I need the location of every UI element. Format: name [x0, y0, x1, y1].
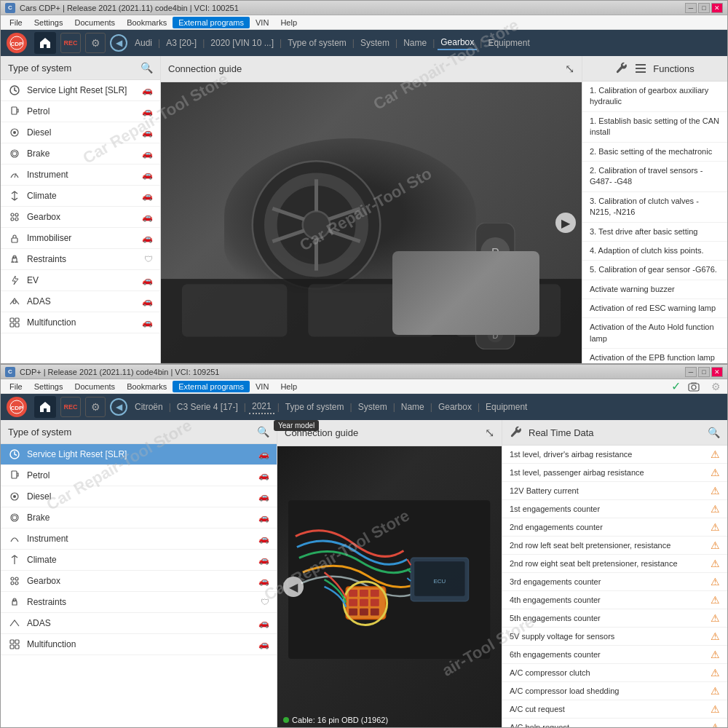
bottom-menu-vin[interactable]: VIN — [250, 381, 274, 392]
rt-item-10[interactable]: 5V supply voltage for sensors ⚠ — [502, 628, 727, 646]
bottom-breadcrumb-year[interactable]: 2021 — [249, 400, 274, 414]
bottom-menu-external-programs[interactable]: External programs — [173, 381, 250, 392]
bottom-home-button[interactable] — [34, 396, 56, 418]
breadcrumb-name[interactable]: Name — [400, 36, 430, 50]
sys-item-petrol[interactable]: Petrol 🚗 — [1, 101, 160, 122]
bottom-sys-item-climate[interactable]: Climate 🚗 — [1, 550, 277, 571]
next-image-button[interactable]: ▶ — [555, 213, 576, 233]
bottom-sys-item-petrol[interactable]: Petrol 🚗 — [1, 465, 277, 486]
bottom-sys-item-adas[interactable]: ADAS 🚗 — [1, 613, 277, 634]
breadcrumb-type[interactable]: Type of system — [285, 36, 349, 50]
rt-item-6[interactable]: 2nd row eight seat belt pretensioner, re… — [502, 555, 727, 573]
bottom-sys-item-instrument[interactable]: Instrument 🚗 — [1, 529, 277, 550]
bottom-breadcrumb-equipment[interactable]: Equipment — [483, 400, 530, 414]
breadcrumb-audi[interactable]: Audi — [132, 36, 155, 50]
bottom-menu-documents[interactable]: Documents — [68, 381, 121, 392]
gear-icon[interactable]: ⚙ — [707, 378, 724, 395]
sys-item-brake[interactable]: Brake 🚗 — [1, 143, 160, 165]
home-button[interactable] — [34, 32, 56, 54]
maximize-button[interactable]: □ — [698, 3, 710, 13]
bottom-breadcrumb-type[interactable]: Type of system — [282, 400, 347, 414]
top-left-search-icon[interactable]: 🔍 — [141, 62, 153, 74]
bottom-close-button[interactable]: ✕ — [711, 367, 723, 377]
menu-bookmarks[interactable]: Bookmarks — [121, 17, 173, 28]
func-item-9[interactable]: Activation of red ESC warning lamp — [582, 299, 727, 318]
sys-item-gearbox[interactable]: Gearbox 🚗 — [1, 207, 160, 228]
func-item-2[interactable]: 2. Basic setting of the mechatronic — [582, 143, 727, 162]
func-item-4[interactable]: 3. Calibration of clutch valves -N215, -… — [582, 192, 727, 223]
bottom-sys-item-diesel[interactable]: Diesel 🚗 — [1, 486, 277, 507]
bottom-right-search-icon[interactable]: 🔍 — [708, 427, 720, 438]
func-item-1[interactable]: 1. Establish basic setting of the CAN in… — [582, 112, 727, 143]
sys-item-restraints[interactable]: Restraints 🛡 — [1, 249, 160, 270]
bottom-sys-item-restraints[interactable]: Restraints 🛡 — [1, 592, 277, 613]
breadcrumb-a3[interactable]: A3 [20-] — [163, 36, 199, 50]
bottom-breadcrumb-system[interactable]: System — [355, 400, 390, 414]
bottom-minimize-button[interactable]: ─ — [685, 367, 697, 377]
back-button[interactable]: ◀ — [110, 34, 127, 52]
bottom-breadcrumb-c3[interactable]: C3 Serie 4 [17-] — [174, 400, 241, 414]
sys-item-instrument[interactable]: Instrument 🚗 — [1, 165, 160, 186]
menu-documents[interactable]: Documents — [68, 17, 121, 28]
bottom-breadcrumb-citroen[interactable]: Citroën — [132, 400, 166, 414]
bottom-prev-image-button[interactable]: ◀ — [283, 577, 304, 597]
sys-item-climate[interactable]: Climate 🚗 — [1, 186, 160, 207]
func-item-5[interactable]: 3. Test drive after basic setting — [582, 223, 727, 242]
bottom-nav-settings-button[interactable]: ⚙ — [85, 397, 106, 417]
bottom-menu-settings[interactable]: Settings — [28, 381, 69, 392]
rt-item-9[interactable]: 5th engagements counter ⚠ — [502, 609, 727, 628]
sys-item-multifunction[interactable]: Multifunction 🚗 — [1, 312, 160, 333]
rt-item-7[interactable]: 3rd engagements counter ⚠ — [502, 573, 727, 591]
breadcrumb-system[interactable]: System — [357, 36, 392, 50]
func-item-0[interactable]: 1. Calibration of gearbox auxiliary hydr… — [582, 82, 727, 112]
bottom-maximize-button[interactable]: □ — [698, 367, 710, 377]
sys-item-ev[interactable]: EV 🚗 — [1, 270, 160, 291]
func-item-11[interactable]: Activation of the EPB function lamp — [582, 349, 727, 363]
rt-item-3[interactable]: 1st engagements counter ⚠ — [502, 500, 727, 518]
sys-item-immobiliser[interactable]: Immobiliser 🚗 — [1, 228, 160, 249]
rt-item-11[interactable]: 6th engagements counter ⚠ — [502, 646, 727, 664]
rt-item-0[interactable]: 1st level, driver's airbag resistance ⚠ — [502, 446, 727, 464]
func-item-7[interactable]: 5. Calibration of gear sensor -G676. — [582, 261, 727, 280]
nav-settings-button[interactable]: ⚙ — [85, 33, 106, 53]
bottom-sys-item-brake[interactable]: Brake 🚗 — [1, 507, 277, 529]
menu-help[interactable]: Help — [274, 17, 303, 28]
bottom-menu-bookmarks[interactable]: Bookmarks — [121, 381, 173, 392]
bottom-breadcrumb-name[interactable]: Name — [398, 400, 427, 414]
expand-icon[interactable]: ⤡ — [565, 62, 574, 76]
breadcrumb-gearbox[interactable]: Gearbox — [438, 36, 477, 50]
bottom-sys-item-gearbox[interactable]: Gearbox 🚗 — [1, 571, 277, 592]
rt-item-2[interactable]: 12V Battery current ⚠ — [502, 482, 727, 500]
bottom-breadcrumb-gearbox[interactable]: Gearbox — [435, 400, 475, 414]
rt-item-5[interactable]: 2nd row left seat belt pretensioner, res… — [502, 537, 727, 555]
sys-item-slr[interactable]: Service Light Reset [SLR] 🚗 — [1, 80, 160, 101]
camera-icon[interactable] — [685, 378, 703, 395]
bottom-menu-help[interactable]: Help — [274, 381, 303, 392]
func-item-8[interactable]: Activate warning buzzer — [582, 280, 727, 299]
rt-item-1[interactable]: 1st level, passenger airbag resistance ⚠ — [502, 464, 727, 482]
bottom-menu-file[interactable]: File — [4, 381, 28, 392]
rt-item-4[interactable]: 2nd engagements counter ⚠ — [502, 518, 727, 537]
sys-item-adas[interactable]: ADAS 🚗 — [1, 291, 160, 312]
rt-item-13[interactable]: A/C compressor load shedding ⚠ — [502, 682, 727, 700]
menu-external-programs[interactable]: External programs — [173, 17, 250, 28]
rt-item-15[interactable]: A/C help request ⚠ — [502, 719, 727, 727]
bottom-back-button[interactable]: ◀ — [110, 398, 127, 416]
func-item-6[interactable]: 4. Adaption of clutch kiss points. — [582, 242, 727, 261]
breadcrumb-equipment[interactable]: Equipment — [485, 36, 532, 50]
bottom-sys-item-slr[interactable]: Service Light Reset [SLR] 🚗 — [1, 444, 277, 465]
rt-item-12[interactable]: A/C compressor clutch ⚠ — [502, 664, 727, 682]
close-button[interactable]: ✕ — [711, 3, 723, 13]
bottom-expand-icon[interactable]: ⤡ — [485, 426, 494, 440]
menu-settings[interactable]: Settings — [28, 17, 69, 28]
menu-vin[interactable]: VIN — [250, 17, 274, 28]
func-item-3[interactable]: 2. Calibration of travel sensors -G487- … — [582, 162, 727, 192]
minimize-button[interactable]: ─ — [685, 3, 697, 13]
bottom-left-search-icon[interactable]: 🔍 — [257, 426, 269, 438]
sys-item-diesel[interactable]: Diesel 🚗 — [1, 122, 160, 143]
breadcrumb-year[interactable]: 2020 [VIN 10 ...] — [207, 36, 277, 50]
func-item-10[interactable]: Activation of the Auto Hold function lam… — [582, 318, 727, 349]
rt-item-8[interactable]: 4th engagements counter ⚠ — [502, 591, 727, 609]
menu-file[interactable]: File — [4, 17, 28, 28]
bottom-sys-item-multifunction[interactable]: Multifunction 🚗 — [1, 634, 277, 655]
